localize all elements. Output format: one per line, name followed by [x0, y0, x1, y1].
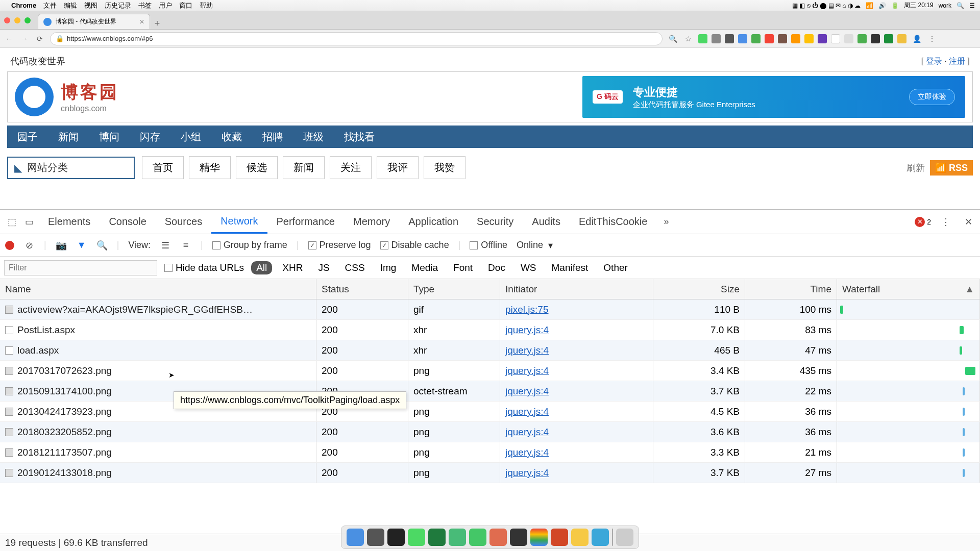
offline-checkbox[interactable]: Offline — [470, 240, 507, 251]
battery-icon[interactable]: 🔋 — [891, 2, 899, 9]
dock-app-icon[interactable] — [347, 529, 364, 546]
table-row[interactable]: 20180323205852.png200pngjquery.js:43.6 K… — [0, 422, 980, 442]
site-category-button[interactable]: ◣ 网站分类 — [7, 157, 135, 179]
mac-menu-item[interactable]: 视图 — [84, 2, 97, 9]
table-row[interactable]: 20170317072623.png200pngjquery.js:43.4 K… — [0, 361, 980, 381]
filter-type[interactable]: JS — [313, 261, 334, 274]
dock-app-icon[interactable] — [530, 529, 548, 546]
initiator-link[interactable]: jquery.js:4 — [505, 406, 549, 417]
volume-icon[interactable]: 🔊 — [878, 2, 886, 9]
nav-link[interactable]: 园子 — [17, 130, 38, 144]
menu-icon[interactable]: ⋮ — [927, 35, 937, 43]
search-icon[interactable]: 🔍 — [957, 2, 964, 9]
ad-cta-button[interactable]: 立即体验 — [909, 89, 955, 105]
rss-button[interactable]: 📶 RSS — [930, 160, 973, 176]
devtools-tab[interactable]: Memory — [344, 210, 399, 234]
filter-type[interactable]: All — [251, 261, 272, 274]
table-row[interactable]: load.aspx200xhrjquery.js:4465 B47 ms — [0, 340, 980, 361]
ext-icon[interactable] — [871, 34, 880, 43]
nav-link[interactable]: 收藏 — [222, 130, 242, 144]
ext-icon[interactable] — [897, 34, 906, 43]
large-rows-icon[interactable]: ☰ — [160, 240, 171, 251]
dock-app-icon[interactable] — [551, 529, 568, 546]
initiator-link[interactable]: jquery.js:4 — [505, 365, 549, 377]
table-row[interactable]: 20130424173923.png200pngjquery.js:44.5 K… — [0, 402, 980, 422]
device-icon[interactable]: ▭ — [21, 216, 37, 228]
preserve-log-checkbox[interactable]: ✓Preserve log — [308, 240, 371, 251]
dock-app-icon[interactable] — [367, 529, 384, 546]
small-rows-icon[interactable]: ≡ — [180, 240, 191, 251]
nav-link[interactable]: 班级 — [303, 130, 324, 144]
filter-icon[interactable]: ▼ — [76, 240, 87, 251]
mac-menu-item[interactable]: 用户 — [159, 2, 172, 9]
ext-icon[interactable] — [712, 34, 721, 43]
clear-button[interactable]: ⊘ — [23, 240, 35, 251]
ext-icon[interactable] — [738, 34, 747, 43]
sub-tab[interactable]: 新闻 — [283, 156, 325, 179]
search-icon[interactable]: 🔍 — [96, 240, 108, 251]
error-indicator[interactable]: ✕ 2 — [915, 217, 931, 227]
initiator-link[interactable]: jquery.js:4 — [505, 345, 549, 356]
mac-menu-item[interactable]: 帮助 — [200, 2, 213, 9]
sub-tab[interactable]: 我评 — [377, 156, 419, 179]
devtools-tab[interactable]: Elements — [39, 210, 100, 234]
initiator-link[interactable]: jquery.js:4 — [505, 447, 549, 458]
sub-tab[interactable]: 关注 — [330, 156, 372, 179]
table-row[interactable]: activeview?xai=AKAOjst9WE7lkspieGR_GGdfE… — [0, 299, 980, 320]
mac-menu-item[interactable]: 历史记录 — [105, 2, 131, 9]
disable-cache-checkbox[interactable]: ✓Disable cache — [380, 240, 449, 251]
devtools-tab[interactable]: Sources — [156, 210, 211, 234]
login-link[interactable]: 登录 — [926, 57, 942, 65]
table-row[interactable]: 20190124133018.png200pngjquery.js:43.7 K… — [0, 463, 980, 483]
sub-tab[interactable]: 精华 — [189, 156, 231, 179]
sub-tab[interactable]: 我赞 — [424, 156, 465, 179]
dock-app-icon[interactable] — [449, 529, 466, 546]
filter-type[interactable]: Media — [406, 261, 443, 274]
nav-link[interactable]: 博问 — [99, 130, 119, 144]
devtools-menu-icon[interactable]: ⋮ — [938, 216, 953, 228]
ext-icon[interactable] — [778, 34, 787, 43]
filter-type[interactable]: Doc — [483, 261, 510, 274]
clock[interactable]: 周三 20:19 — [904, 1, 933, 10]
nav-link[interactable]: 小组 — [181, 130, 201, 144]
hide-data-urls-checkbox[interactable]: Hide data URLs — [164, 262, 244, 273]
devtools-tab[interactable]: EditThisCookie — [570, 210, 657, 234]
dock-app-icon[interactable] — [428, 529, 446, 546]
dock-app-icon[interactable] — [571, 529, 589, 546]
nav-link[interactable]: 闪存 — [140, 130, 160, 144]
table-row[interactable]: 20150913174100.png200octet-streamjquery.… — [0, 381, 980, 402]
col-name[interactable]: Name — [0, 279, 316, 299]
col-size[interactable]: Size — [653, 279, 745, 299]
wifi-icon[interactable]: 📶 — [866, 2, 873, 9]
zoom-window-icon[interactable] — [24, 17, 31, 23]
dock-app-icon[interactable] — [387, 529, 405, 546]
nav-link[interactable]: 招聘 — [262, 130, 283, 144]
record-button[interactable] — [5, 241, 14, 250]
menu-icon[interactable]: ☰ — [969, 2, 975, 9]
mac-menu-item[interactable]: 窗口 — [179, 2, 192, 9]
address-bar[interactable]: 🔒 https://www.cnblogs.com/#p6 — [50, 32, 663, 45]
close-window-icon[interactable] — [4, 17, 10, 23]
initiator-link[interactable]: pixel.js:75 — [505, 304, 549, 315]
initiator-link[interactable]: jquery.js:4 — [505, 427, 549, 438]
ext-icon[interactable] — [857, 34, 867, 43]
filter-type[interactable]: CSS — [340, 261, 370, 274]
reload-button[interactable]: ⟳ — [35, 35, 45, 43]
refresh-link[interactable]: 刷新 — [906, 162, 925, 174]
site-logo[interactable]: 博客园 cnblogs.com — [15, 78, 119, 116]
back-button[interactable]: ← — [4, 35, 14, 43]
ext-icon[interactable] — [844, 34, 853, 43]
ext-icon[interactable] — [751, 34, 761, 43]
ext-icon[interactable] — [765, 34, 774, 43]
mac-menu-item[interactable]: 编辑 — [64, 2, 77, 9]
devtools-tab[interactable]: Audits — [523, 210, 570, 234]
devtools-tab[interactable]: Network — [211, 210, 267, 234]
table-row[interactable]: PostList.aspx200xhrjquery.js:47.0 KB83 m… — [0, 320, 980, 340]
initiator-link[interactable]: jquery.js:4 — [505, 467, 549, 479]
dock-app-icon[interactable] — [510, 529, 527, 546]
profile-icon[interactable]: 👤 — [912, 35, 922, 43]
table-row[interactable]: 20181211173507.png200pngjquery.js:43.3 K… — [0, 442, 980, 463]
inspect-icon[interactable]: ⬚ — [4, 216, 19, 228]
filter-type[interactable]: WS — [516, 261, 542, 274]
sub-tab[interactable]: 候选 — [236, 156, 278, 179]
